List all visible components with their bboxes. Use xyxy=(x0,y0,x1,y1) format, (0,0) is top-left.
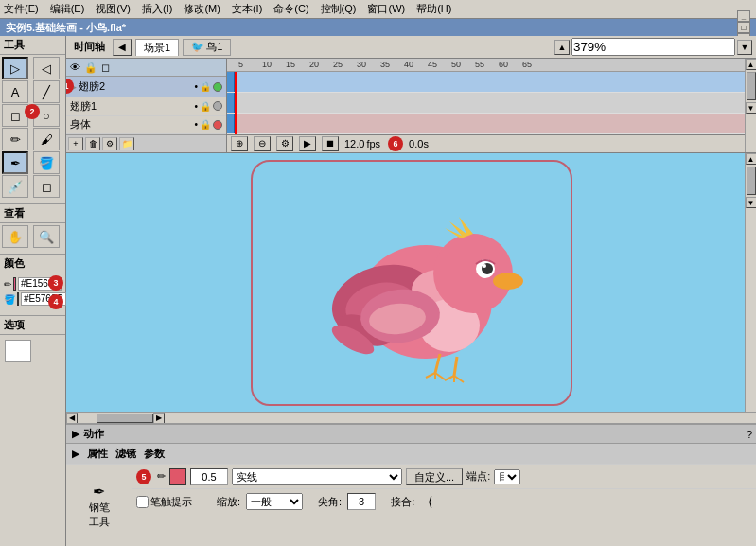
scene1-tab[interactable]: 场景1 xyxy=(135,39,179,56)
angle-input[interactable] xyxy=(347,493,376,510)
tool-inkbucket[interactable]: 🪣 xyxy=(33,151,60,174)
props-tab[interactable]: 属性 xyxy=(87,447,108,461)
tool-pen[interactable]: ✒ xyxy=(2,151,28,174)
delete-layer-btn[interactable]: 🗑 xyxy=(85,137,100,150)
layer-row-1[interactable]: 翅膀1 • 🔒 xyxy=(66,97,226,115)
params-tab[interactable]: 参数 xyxy=(144,447,165,461)
endpoint-select[interactable]: 目 xyxy=(494,469,520,484)
fill-color-swatch[interactable] xyxy=(17,292,19,306)
scroll-thumb[interactable] xyxy=(747,72,756,100)
filter-tab[interactable]: 滤镜 xyxy=(115,447,136,461)
tool-text[interactable]: A xyxy=(2,80,28,103)
canvas-scroll-thumb[interactable] xyxy=(747,167,756,195)
menu-edit[interactable]: 编辑(E) xyxy=(50,2,85,16)
lock-toggle-1[interactable]: 🔒 xyxy=(200,101,211,112)
menu-window[interactable]: 窗口(W) xyxy=(367,2,405,16)
menu-command[interactable]: 命令(C) xyxy=(273,2,308,16)
del-frame-btn[interactable]: ⊖ xyxy=(254,136,271,151)
menu-control[interactable]: 控制(Q) xyxy=(321,2,357,16)
canvas-scroll-up[interactable]: ▲ xyxy=(746,153,757,165)
tool-brush[interactable]: 🖌 xyxy=(33,128,60,150)
canvas-vscroll[interactable]: ▲ ▼ xyxy=(745,153,756,412)
scroll-down-btn[interactable]: ▼ xyxy=(746,102,757,114)
endpoint-label: 端点: xyxy=(466,469,490,484)
svg-marker-8 xyxy=(445,217,473,238)
layer-name-0: 翅膀2 xyxy=(79,79,192,94)
panel-toggle[interactable]: ▶ xyxy=(70,428,81,440)
maximize-button[interactable]: □ xyxy=(737,22,750,33)
zoom-out-btn[interactable]: ▼ xyxy=(737,40,752,55)
lock-toggle-2[interactable]: 🔒 xyxy=(200,119,211,130)
frame-props-btn[interactable]: ⚙ xyxy=(276,136,293,151)
keyframe-0-0 xyxy=(227,72,235,92)
scale-select[interactable]: 一般 xyxy=(246,493,303,510)
tool-zoom[interactable]: 🔍 xyxy=(33,225,60,248)
eye-toggle-1[interactable]: • xyxy=(194,101,198,112)
timeline-footer: ⊕ ⊖ ⚙ ▶ ⏹ 12.0 fps 6 0.0s xyxy=(227,134,745,152)
canvas-scroll-down[interactable]: ▼ xyxy=(746,197,757,208)
frame-row-1 xyxy=(227,93,745,114)
option-box-1[interactable] xyxy=(5,340,31,362)
lock-toggle-0[interactable]: 🔒 xyxy=(200,81,211,92)
custom-btn[interactable]: 自定义... xyxy=(406,468,463,485)
layer-row-0[interactable]: ▶ 翅膀2 • 🔒 xyxy=(66,77,226,97)
menu-file[interactable]: 文件(E) xyxy=(4,2,39,16)
svg-line-20 xyxy=(445,376,454,380)
timeline-vscroll[interactable]: ▲ ▼ xyxy=(745,59,756,152)
eye-toggle-0[interactable]: • xyxy=(194,81,198,92)
add-layer-btn[interactable]: + xyxy=(68,137,83,150)
layer-name-2: 身体 xyxy=(70,117,192,132)
title-bar: 实例5.基础绘画 - 小鸟.fla* _ □ × xyxy=(0,19,756,36)
svg-point-12 xyxy=(493,273,523,290)
svg-point-7 xyxy=(433,234,513,313)
canvas-frame xyxy=(251,160,572,406)
timeline-label: 时间轴 xyxy=(70,40,109,54)
tool-line[interactable]: ╱ xyxy=(33,80,60,103)
frame-num-10: 10 xyxy=(262,60,272,69)
minimize-button[interactable]: _ xyxy=(737,10,750,22)
timeline-back-btn[interactable]: ◀ xyxy=(113,39,132,56)
menu-view[interactable]: 视图(V) xyxy=(96,2,131,16)
angle-label: 尖角: xyxy=(318,495,342,509)
stroke-type-select[interactable]: 实线 xyxy=(232,468,402,485)
add-frame-btn[interactable]: ⊕ xyxy=(231,136,248,151)
tool-eyedrop[interactable]: 💉 xyxy=(2,175,28,198)
layer-row-2[interactable]: 身体 • 🔒 xyxy=(66,116,226,134)
eye-toggle-2[interactable]: • xyxy=(194,119,198,130)
join-icon[interactable]: ⟨ xyxy=(420,492,439,511)
layer-props-btn[interactable]: ⚙ xyxy=(102,137,117,150)
tool-arrow[interactable]: ▷ xyxy=(2,57,28,79)
hscroll-thumb[interactable] xyxy=(97,414,153,423)
tool-grid: ▷ ◁ A ╱ ◻ ○ ✏ 🖌 ✒ 🪣 💉 ◻ xyxy=(0,55,65,200)
bird1-tab[interactable]: 🐦 鸟1 xyxy=(183,39,231,56)
stop-btn[interactable]: ⏹ xyxy=(322,136,339,151)
layer-color-2 xyxy=(213,120,222,130)
tool-hand[interactable]: ✋ xyxy=(2,225,28,248)
scroll-up-btn[interactable]: ▲ xyxy=(746,59,757,70)
tool-subselect[interactable]: ◁ xyxy=(33,57,60,79)
time-display: 0.0s xyxy=(409,138,429,150)
menu-modify[interactable]: 修改(M) xyxy=(184,2,220,16)
menu-insert[interactable]: 插入(I) xyxy=(142,2,172,16)
tool-eraser[interactable]: ◻ xyxy=(33,175,60,198)
actions-panel: ▶ 属性 滤镜 参数 ✒ 钢笔 工具 xyxy=(66,444,756,546)
hint-checkbox[interactable] xyxy=(136,496,149,508)
tool-pencil[interactable]: ✏ xyxy=(2,128,28,150)
zoom-input[interactable] xyxy=(571,38,735,56)
props-fields: 5 ✏ 实线 自定义... 端点: 目 xyxy=(132,465,756,546)
layer-folder-btn[interactable]: 📁 xyxy=(119,137,134,150)
hscroll-left[interactable]: ◀ xyxy=(66,413,78,424)
stroke-color-btn[interactable] xyxy=(169,468,186,485)
stroke-width-input[interactable] xyxy=(190,468,228,485)
hscroll-right[interactable]: ▶ xyxy=(153,413,165,424)
eye-icon: 👁 xyxy=(70,62,80,73)
canvas-hscroll[interactable]: ◀ ▶ xyxy=(66,412,756,423)
menu-text[interactable]: 文本(I) xyxy=(232,2,262,16)
expand-icon[interactable]: ▶ xyxy=(72,449,79,459)
badge-2: 2 xyxy=(25,104,40,119)
view-tools: ✋ 🔍 xyxy=(0,223,65,250)
menu-help[interactable]: 帮助(H) xyxy=(416,2,451,16)
stroke-color-swatch[interactable] xyxy=(13,277,16,291)
zoom-in-btn[interactable]: ▲ xyxy=(554,40,570,55)
play-btn[interactable]: ▶ xyxy=(299,136,316,151)
